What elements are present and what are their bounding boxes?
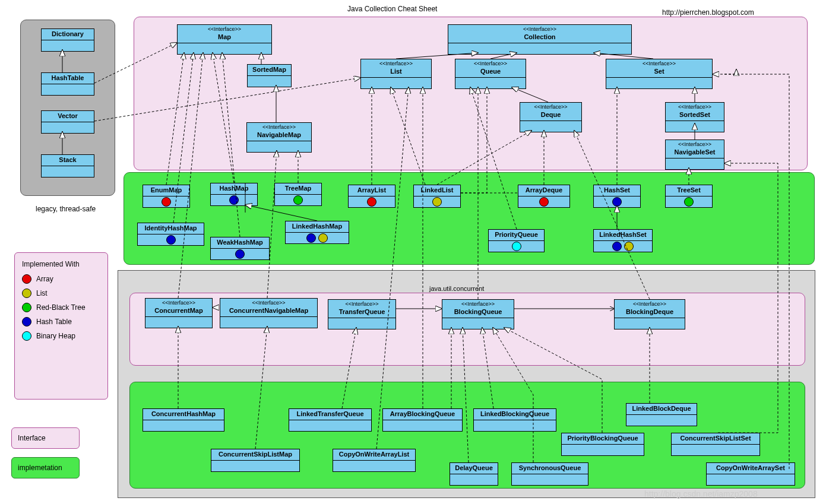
- node-hashset: HashSet: [593, 185, 641, 208]
- node-arraylist: ArrayList: [348, 185, 395, 208]
- node-enummap: EnumMap: [143, 185, 190, 208]
- legacy-label: legacy, thread-safe: [36, 205, 96, 213]
- legend-array-icon: [22, 274, 31, 284]
- node-priorityqueue: PriorityQueue: [488, 229, 545, 252]
- diagram-canvas: Java Collection Cheat Sheet http://pierr…: [0, 0, 826, 504]
- tree-icon: [684, 197, 694, 207]
- node-transferqueue: <<Interface>>TransferQueue: [328, 299, 396, 329]
- node-navigablemap: <<Interface>>NavigableMap: [246, 122, 312, 153]
- heap-icon: [512, 242, 521, 251]
- node-linkedlist: LinkedList: [413, 185, 461, 208]
- node-arraydeque: ArrayDeque: [518, 185, 570, 208]
- node-concurrentskiplistset: ConcurrentSkipListSet: [671, 433, 760, 456]
- node-sortedset: <<Interface>>SortedSet: [665, 102, 724, 132]
- node-identityhashmap: IdentityHashMap: [137, 223, 204, 246]
- node-hashtable: HashTable: [41, 72, 94, 96]
- hash-icon: [612, 242, 622, 251]
- node-queue: <<Interface>>Queue: [455, 59, 526, 89]
- node-priorityblockingqueue: PriorityBlockingQueue: [561, 433, 644, 456]
- node-arrayblockingqueue: ArrayBlockingQueue: [382, 408, 463, 432]
- hash-icon: [306, 233, 316, 243]
- node-map: <<Interface>>Map: [177, 24, 272, 55]
- hash-icon: [612, 197, 622, 207]
- array-icon: [367, 197, 376, 207]
- node-linkedblockdeque: LinkedBlockDeque: [626, 403, 697, 426]
- node-linkedhashset: LinkedHashSet: [593, 229, 653, 252]
- list-icon: [432, 197, 442, 207]
- legend-list-icon: [22, 289, 31, 298]
- node-blockingqueue: <<Interface>>BlockingQueue: [442, 299, 514, 329]
- node-concurrenthashmap: ConcurrentHashMap: [143, 408, 224, 432]
- node-weakhashmap: WeakHashMap: [210, 237, 270, 260]
- node-dictionary: Dictionary: [41, 28, 94, 52]
- node-vector: Vector: [41, 110, 94, 134]
- legend-heap-icon: [22, 331, 31, 341]
- hash-icon: [166, 235, 176, 245]
- array-icon: [539, 197, 549, 207]
- page-title: Java Collection Cheat Sheet: [347, 5, 437, 13]
- node-sortedmap: SortedMap: [247, 64, 292, 87]
- node-list: <<Interface>>List: [360, 59, 432, 89]
- legend-title: Implemented With: [22, 260, 100, 268]
- hash-icon: [229, 195, 239, 205]
- node-linkedhashmap: LinkedHashMap: [285, 221, 349, 244]
- legend-tree-icon: [22, 303, 31, 312]
- node-synchronousqueue: SynchronousQueue: [511, 462, 588, 486]
- node-concurrentmap: <<Interface>>ConcurrentMap: [145, 298, 213, 328]
- legend-interface: Interface: [11, 427, 80, 449]
- node-linkedtransferqueue: LinkedTransferQueue: [289, 408, 372, 432]
- source-url: http://pierrchen.blogspot.com: [662, 8, 754, 17]
- list-icon: [318, 233, 328, 243]
- legend-implementation: implemetation: [11, 457, 80, 478]
- node-set: <<Interface>>Set: [606, 59, 713, 89]
- node-delayqueue: DelayQueue: [450, 462, 498, 486]
- node-blockingdeque: <<Interface>>BlockingDeque: [614, 299, 685, 329]
- node-copyonwritearraylist: CopyOnWriteArrayList: [333, 449, 416, 472]
- node-treeset: TreeSet: [665, 185, 713, 208]
- list-icon: [624, 242, 634, 251]
- node-collection: <<Interface>>Collection: [448, 24, 632, 55]
- node-linkedblockingqueue: LinkedBlockingQueue: [473, 408, 556, 432]
- node-hashmap: HashMap: [210, 183, 258, 206]
- node-concurrentnavigablemap: <<Interface>>ConcurrentNavigableMap: [220, 298, 318, 328]
- hash-icon: [235, 249, 245, 259]
- node-treemap: TreeMap: [274, 183, 322, 206]
- node-stack: Stack: [41, 154, 94, 177]
- legend-hash-icon: [22, 317, 31, 327]
- tree-icon: [293, 195, 303, 205]
- node-concurrentskiplistmap: ConcurrentSkipListMap: [211, 449, 300, 472]
- concurrent-label: java.util.concurrent: [429, 285, 484, 292]
- node-copyonwritearrayset: CopyOnWriteArraySet: [706, 462, 795, 486]
- array-icon: [162, 197, 171, 207]
- watermark: http://blog.csdn.net/iamzp2008: [644, 489, 758, 499]
- legend-implemented-with: Implemented With Array List Red-Black Tr…: [14, 252, 108, 400]
- node-navigableset: <<Interface>>NavigableSet: [665, 140, 724, 170]
- node-deque: <<Interface>>Deque: [520, 102, 582, 132]
